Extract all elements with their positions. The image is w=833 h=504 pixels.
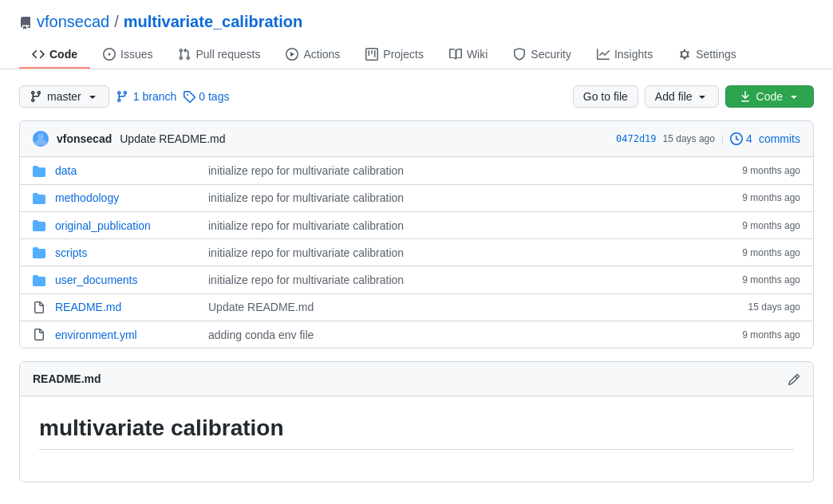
projects-icon bbox=[365, 47, 378, 61]
file-age: 9 months ago bbox=[742, 192, 800, 203]
repo-owner[interactable]: vfonsecad bbox=[37, 13, 109, 31]
repo-separator: / bbox=[114, 13, 119, 31]
main-content: master 1 branch 0 tags Go to fi bbox=[0, 69, 833, 498]
commits-label: commits bbox=[759, 132, 800, 145]
file-age: 15 days ago bbox=[748, 301, 800, 313]
svg-point-0 bbox=[38, 133, 44, 140]
clock-icon bbox=[730, 132, 743, 145]
table-row: user_documentsinitialize repo for multiv… bbox=[20, 266, 813, 293]
folder-icon bbox=[33, 246, 45, 259]
file-age: 9 months ago bbox=[742, 247, 800, 258]
commit-hash[interactable]: 0472d19 bbox=[616, 133, 657, 144]
readme-edit-icon[interactable] bbox=[788, 372, 800, 385]
file-age: 9 months ago bbox=[742, 165, 800, 176]
branch-label: branch bbox=[142, 90, 176, 103]
tab-security[interactable]: Security bbox=[500, 41, 584, 69]
commit-info-row: vfonsecad Update README.md 0472d19 15 da… bbox=[20, 121, 813, 157]
tab-projects[interactable]: Projects bbox=[353, 41, 436, 69]
file-commit-message: initialize repo for multivariate calibra… bbox=[208, 219, 732, 232]
code-button[interactable]: Code bbox=[725, 85, 814, 108]
tab-code[interactable]: Code bbox=[19, 41, 90, 69]
file-icon bbox=[33, 301, 45, 314]
file-commit-message: initialize repo for multivariate calibra… bbox=[208, 164, 732, 177]
wiki-icon bbox=[449, 47, 462, 61]
file-name[interactable]: user_documents bbox=[55, 274, 199, 286]
file-name[interactable]: data bbox=[55, 164, 199, 177]
avatar bbox=[33, 131, 49, 147]
file-commit-message: adding conda env file bbox=[208, 329, 732, 341]
tab-security-label: Security bbox=[531, 48, 571, 61]
folder-icon bbox=[33, 163, 45, 177]
code-chevron-icon bbox=[788, 90, 800, 103]
file-commit-message: initialize repo for multivariate calibra… bbox=[208, 191, 732, 204]
branch-count-link[interactable]: 1 branch bbox=[133, 90, 177, 103]
tab-actions[interactable]: Actions bbox=[273, 41, 353, 69]
table-row: environment.ymladding conda env file9 mo… bbox=[20, 321, 813, 348]
tag-count-link[interactable]: 0 tags bbox=[199, 90, 229, 103]
tag-count-info: 0 tags bbox=[183, 90, 229, 103]
commit-author[interactable]: vfonsecad bbox=[57, 132, 112, 145]
chevron-down-icon bbox=[86, 90, 99, 103]
branch-icon bbox=[30, 90, 42, 103]
pr-icon bbox=[178, 47, 191, 61]
file-commit-message: initialize repo for multivariate calibra… bbox=[208, 246, 732, 259]
file-commit-message: Update README.md bbox=[208, 301, 739, 313]
branch-selector[interactable]: master bbox=[19, 85, 109, 108]
tab-insights[interactable]: Insights bbox=[584, 41, 665, 69]
folder-icon bbox=[33, 219, 45, 232]
tab-issues-label: Issues bbox=[120, 48, 152, 61]
goto-file-button[interactable]: Go to file bbox=[573, 85, 638, 108]
tab-wiki[interactable]: Wiki bbox=[436, 41, 500, 69]
table-row: methodologyinitialize repo for multivari… bbox=[20, 185, 813, 212]
tab-code-label: Code bbox=[49, 48, 77, 61]
repo-name[interactable]: multivariate_calibration bbox=[124, 13, 303, 31]
folder-icon bbox=[33, 191, 45, 205]
file-name[interactable]: environment.yml bbox=[55, 329, 199, 341]
commits-link[interactable]: 4 commits bbox=[730, 132, 800, 145]
branch-count-icon bbox=[116, 90, 128, 103]
toolbar: master 1 branch 0 tags Go to fi bbox=[19, 85, 814, 108]
code-label: Code bbox=[756, 90, 783, 103]
file-age: 9 months ago bbox=[742, 329, 800, 341]
file-table: vfonsecad Update README.md 0472d19 15 da… bbox=[19, 120, 814, 348]
tab-pr-label: Pull requests bbox=[195, 48, 260, 61]
tab-settings[interactable]: Settings bbox=[665, 41, 749, 69]
repo-path: vfonsecad / multivariate_calibration bbox=[19, 13, 814, 31]
table-row: datainitialize repo for multivariate cal… bbox=[20, 157, 813, 184]
tag-icon bbox=[183, 90, 195, 103]
folder-icon bbox=[33, 273, 45, 286]
commit-meta: 0472d19 15 days ago | 4 commits bbox=[616, 132, 800, 145]
avatar-image bbox=[33, 131, 49, 147]
file-name[interactable]: scripts bbox=[55, 246, 199, 259]
branch-name: master bbox=[47, 90, 81, 103]
code-icon bbox=[32, 47, 45, 61]
commit-message[interactable]: Update README.md bbox=[120, 132, 225, 145]
add-file-button[interactable]: Add file bbox=[645, 85, 719, 108]
issue-icon bbox=[103, 47, 116, 61]
table-row: scriptsinitialize repo for multivariate … bbox=[20, 239, 813, 266]
file-name[interactable]: README.md bbox=[55, 301, 199, 313]
readme-heading: multivariate calibration bbox=[39, 415, 794, 450]
file-age: 9 months ago bbox=[742, 220, 800, 231]
tab-issues[interactable]: Issues bbox=[90, 41, 165, 69]
commit-count: 4 bbox=[746, 132, 752, 145]
security-icon bbox=[513, 47, 526, 61]
file-rows-container: datainitialize repo for multivariate cal… bbox=[20, 157, 813, 348]
file-name[interactable]: original_publication bbox=[55, 219, 199, 232]
commit-age: 15 days ago bbox=[663, 133, 715, 144]
tag-label: tags bbox=[208, 90, 229, 103]
table-row: README.mdUpdate README.md15 days ago bbox=[20, 294, 813, 321]
download-icon bbox=[739, 90, 752, 103]
repo-icon bbox=[19, 13, 32, 31]
tab-pull-requests[interactable]: Pull requests bbox=[165, 41, 273, 69]
readme-content: multivariate calibration bbox=[20, 396, 813, 482]
file-commit-message: initialize repo for multivariate calibra… bbox=[208, 274, 732, 286]
tab-projects-label: Projects bbox=[383, 48, 424, 61]
nav-tabs: Code Issues Pull requests bbox=[19, 41, 814, 69]
file-name[interactable]: methodology bbox=[55, 191, 199, 204]
repo-header: vfonsecad / multivariate_calibration Cod… bbox=[0, 0, 833, 69]
readme-title: README.md bbox=[33, 372, 101, 385]
actions-icon bbox=[286, 47, 298, 61]
insights-icon bbox=[597, 47, 610, 61]
tab-insights-label: Insights bbox=[614, 48, 653, 61]
